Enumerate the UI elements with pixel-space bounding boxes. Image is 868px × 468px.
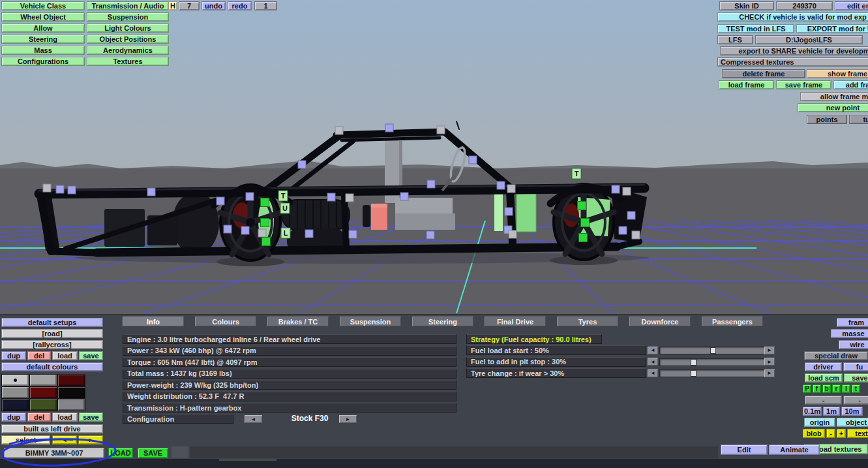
- edit-handle[interactable]: [349, 230, 357, 238]
- save-vehicle-button[interactable]: SAVE: [138, 448, 168, 458]
- tab-colours[interactable]: Colours: [195, 317, 256, 326]
- edit-handle[interactable]: [262, 238, 271, 246]
- slider-track[interactable]: [659, 347, 765, 354]
- export-share-button[interactable]: export to SHARE vehicle for developm: [720, 46, 868, 55]
- points-button[interactable]: points: [807, 115, 847, 124]
- edit-handle[interactable]: [261, 219, 269, 227]
- masses-button[interactable]: masse: [831, 329, 868, 338]
- slider-decrease-button[interactable]: ◄: [648, 369, 658, 377]
- menu-wheel-object[interactable]: Wheel Object: [1, 12, 85, 22]
- edit-handle[interactable]: [627, 211, 635, 219]
- tab-brakes-tc[interactable]: Brakes / TC: [267, 317, 329, 326]
- edit-handle[interactable]: [43, 184, 51, 192]
- lfs-path[interactable]: D:\Jogos\LFS: [755, 35, 863, 44]
- colour-swatch[interactable]: [1, 399, 29, 411]
- menu-textures[interactable]: Textures: [87, 57, 169, 66]
- select-button[interactable]: select: [1, 435, 50, 445]
- blob-button[interactable]: blob: [803, 429, 825, 438]
- slider-decrease-button[interactable]: ◄: [648, 347, 658, 354]
- edit-handle[interactable]: [246, 193, 254, 200]
- tab-final-drive[interactable]: Final Drive: [485, 317, 546, 326]
- lfs-button[interactable]: LFS: [717, 35, 753, 44]
- colour-swatch[interactable]: [29, 374, 57, 386]
- setup-item[interactable]: [rallycross]: [1, 340, 103, 349]
- slider-increase-button[interactable]: ►: [764, 369, 775, 377]
- edit-handle[interactable]: [400, 193, 408, 200]
- edit-handle[interactable]: [581, 219, 590, 227]
- scale-10m-button[interactable]: 10m: [841, 407, 863, 416]
- test-mod-button[interactable]: TEST mod in LFS: [717, 24, 794, 33]
- undo-button[interactable]: undo: [202, 1, 226, 10]
- tab-info[interactable]: Info: [123, 317, 184, 326]
- edit-handle[interactable]: [437, 126, 445, 134]
- save-button[interactable]: save: [79, 351, 103, 360]
- tab-steering[interactable]: Steering: [412, 317, 473, 326]
- colour-swatch[interactable]: [29, 399, 57, 411]
- draw-letter-f-button[interactable]: f: [813, 384, 821, 393]
- edit-handle[interactable]: [147, 188, 155, 196]
- config-prev-button[interactable]: ◄: [245, 415, 262, 423]
- edit-handle[interactable]: [335, 127, 343, 134]
- load-button[interactable]: load: [52, 351, 78, 360]
- edit-handle[interactable]: [505, 208, 513, 215]
- menu-object-positions[interactable]: Object Positions: [87, 35, 169, 44]
- slider-thumb[interactable]: [691, 359, 696, 366]
- default-setups-button[interactable]: default setups: [1, 318, 103, 327]
- edit-handle[interactable]: [241, 226, 249, 234]
- menu-vehicle-class[interactable]: Vehicle Class: [1, 1, 85, 10]
- edit-handle[interactable]: [623, 187, 631, 195]
- menu-configurations[interactable]: Configurations: [1, 57, 85, 66]
- edit-handle[interactable]: [217, 197, 224, 205]
- add-frame-button[interactable]: add fram: [833, 80, 868, 89]
- default-colours-button[interactable]: default colours: [1, 362, 103, 371]
- skin-id-value[interactable]: 249370: [776, 1, 833, 10]
- delete-frame-button[interactable]: delete frame: [722, 69, 805, 78]
- menu-mass[interactable]: Mass: [1, 46, 85, 55]
- slider-decrease-button[interactable]: ◄: [648, 358, 658, 366]
- edit-handle[interactable]: [261, 198, 269, 207]
- draw-letter-r-button[interactable]: r: [832, 384, 841, 393]
- export-mod-button[interactable]: EXPORT mod for UP: [796, 24, 868, 33]
- colour-swatch[interactable]: [1, 386, 29, 399]
- del-button[interactable]: del: [27, 351, 51, 360]
- save-frame-button[interactable]: save frame: [776, 80, 831, 89]
- edit-handle[interactable]: [427, 180, 435, 188]
- edit-handle[interactable]: [258, 229, 266, 237]
- tab-passengers[interactable]: Passengers: [702, 317, 763, 326]
- edit-handle[interactable]: [224, 225, 232, 233]
- edit-mode-button[interactable]: Edit: [721, 445, 768, 455]
- edit-handle[interactable]: [612, 185, 620, 193]
- edit-handle[interactable]: [497, 181, 505, 189]
- dup-button[interactable]: dup: [1, 413, 26, 422]
- blob-plus-button[interactable]: +: [837, 429, 846, 438]
- edit-handle[interactable]: [507, 185, 515, 193]
- setup-item[interactable]: [road]: [1, 329, 103, 338]
- load-frame-button[interactable]: load frame: [719, 80, 774, 89]
- driver-button[interactable]: driver: [805, 362, 842, 371]
- edit-handle[interactable]: [509, 230, 516, 238]
- edit-handle[interactable]: [427, 231, 434, 239]
- menu-transmission-audio[interactable]: Transmission / Audio: [87, 1, 169, 10]
- check-vehicle-button[interactable]: CHECK if vehicle is valid for mod exp: [717, 12, 868, 22]
- history-toggle-button[interactable]: H: [168, 1, 177, 10]
- built-as-left-drive-button[interactable]: built as left drive: [1, 424, 103, 433]
- skin-id-label[interactable]: Skin ID: [719, 1, 774, 10]
- colour-swatch[interactable]: [57, 374, 85, 386]
- dup-button[interactable]: dup: [1, 351, 26, 360]
- scale-0_1m-button[interactable]: 0.1m: [803, 407, 822, 416]
- colour-swatch[interactable]: [29, 386, 57, 399]
- new-point-button[interactable]: new point: [798, 103, 868, 112]
- draw-letter-l-button[interactable]: l: [842, 384, 850, 393]
- menu-steering[interactable]: Steering: [1, 35, 85, 44]
- slider-increase-button[interactable]: ►: [764, 358, 775, 366]
- edit-handle[interactable]: [327, 193, 335, 201]
- redo-button[interactable]: redo: [228, 1, 252, 10]
- draw-letter-b-button[interactable]: b: [822, 384, 831, 393]
- edit-handle[interactable]: [346, 194, 353, 202]
- load-button[interactable]: load: [52, 413, 78, 422]
- select-next-button[interactable]: ►: [78, 435, 103, 445]
- edit-handle[interactable]: [579, 234, 588, 242]
- minus-button-1[interactable]: -: [805, 396, 842, 405]
- compressed-textures-button[interactable]: Compressed textures: [717, 57, 868, 67]
- colour-swatch[interactable]: [1, 374, 29, 386]
